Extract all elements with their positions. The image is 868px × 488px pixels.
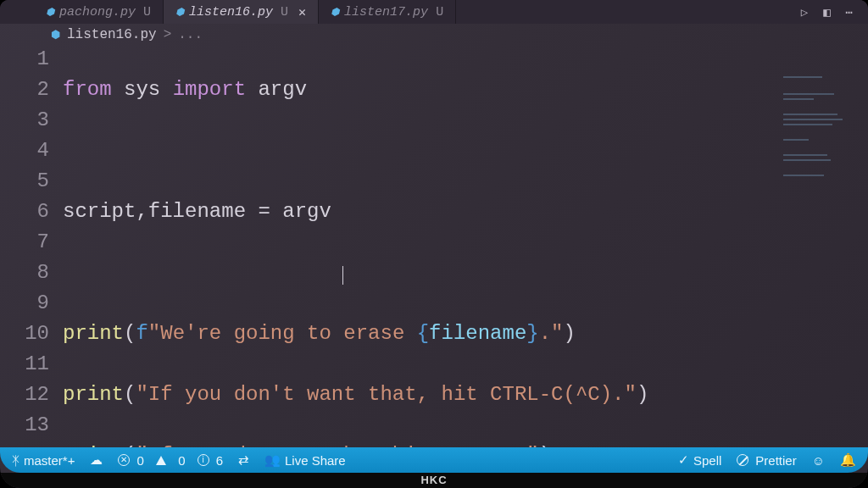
port-icon: ⇄ [238,452,249,468]
problems[interactable]: ✕0 0 i6 [118,453,223,468]
info-icon: i [198,454,209,466]
split-icon[interactable]: ◧ [823,5,830,19]
minimap[interactable] [782,73,848,200]
git-branch[interactable]: ᛡ master*+ [12,453,75,468]
sync-button[interactable]: ☁ [90,452,103,468]
run-icon[interactable]: ▷ [801,5,808,19]
prettier-label: Prettier [755,453,796,468]
tab-pachong[interactable]: ⬢ pachong.py U [34,0,164,24]
tab-bar: ⬢ pachong.py U ⬢ listen16.py U ✕ ⬢ liste… [0,0,868,24]
check-icon: ✓ [678,452,689,468]
liveshare-label: Live Share [285,453,346,468]
editor-actions: ▷ ◧ ⋯ [801,5,868,19]
line-number: 12 [0,380,49,410]
feedback-icon: ☺ [812,453,825,468]
line-number: 2 [0,75,49,105]
line-number: 10 [0,319,49,349]
code-area[interactable]: from sys import argv script,filename = a… [63,44,868,447]
more-icon[interactable]: ⋯ [846,5,853,19]
line-number: 11 [0,349,49,380]
branch-icon: ᛡ [12,453,19,468]
breadcrumb-more: ... [178,27,203,42]
line-number: 9 [0,288,49,319]
vscode-window: ⬢ pachong.py U ⬢ listen16.py U ✕ ⬢ liste… [0,0,868,488]
tab-listen16[interactable]: ⬢ listen16.py U ✕ [164,0,319,24]
tab-label: listen16.py [189,5,273,19]
python-icon: ⬢ [51,28,60,42]
port-forward[interactable]: ⇄ [238,452,249,468]
text-cursor [342,266,343,285]
spell-check[interactable]: ✓ Spell [678,452,721,468]
spell-label: Spell [693,453,721,468]
tab-label: pachong.py [59,5,136,19]
status-bar: ᛡ master*+ ☁ ✕0 0 i6 ⇄ 👥 Live Share ✓ Sp… [0,447,868,473]
line-number: 13 [0,410,49,441]
python-icon: ⬢ [331,6,339,19]
branch-name: master*+ [24,453,75,468]
bell-icon: 🔔 [840,452,856,468]
breadcrumb-file: listen16.py [67,27,157,42]
close-icon[interactable]: ✕ [298,4,306,20]
prettier-status[interactable]: Prettier [737,453,796,468]
tab-label: listen17.py [344,5,428,19]
breadcrumb[interactable]: ⬢ listen16.py > ... [0,24,868,44]
warning-icon [156,456,166,465]
error-icon: ✕ [118,454,130,466]
line-number: 4 [0,136,49,166]
line-number-gutter: 1 2 3 4 5 6 7 8 9 10 11 12 13 [0,44,63,447]
code-editor[interactable]: 1 2 3 4 5 6 7 8 9 10 11 12 13 from sys i… [0,44,868,447]
tab-modified-badge: U [281,5,288,19]
line-number: 6 [0,197,49,227]
tab-listen17[interactable]: ⬢ listen17.py U [319,0,456,24]
chevron-right-icon: > [164,27,172,42]
tab-modified-badge: U [143,5,151,19]
line-number: 3 [0,105,49,136]
cloud-icon: ☁ [90,452,103,468]
feedback[interactable]: ☺ [812,453,825,468]
live-share[interactable]: 👥 Live Share [264,452,346,468]
python-icon: ⬢ [46,6,54,19]
python-icon: ⬢ [175,6,184,19]
liveshare-icon: 👥 [264,452,281,468]
tab-modified-badge: U [436,5,443,19]
line-number: 8 [0,258,49,288]
monitor-bezel: HKC [0,473,868,488]
disabled-icon [737,454,748,466]
line-number: 7 [0,227,49,258]
monitor-brand: HKC [420,474,447,486]
line-number: 1 [0,44,49,75]
line-number: 5 [0,166,49,197]
notifications[interactable]: 🔔 [840,452,856,468]
